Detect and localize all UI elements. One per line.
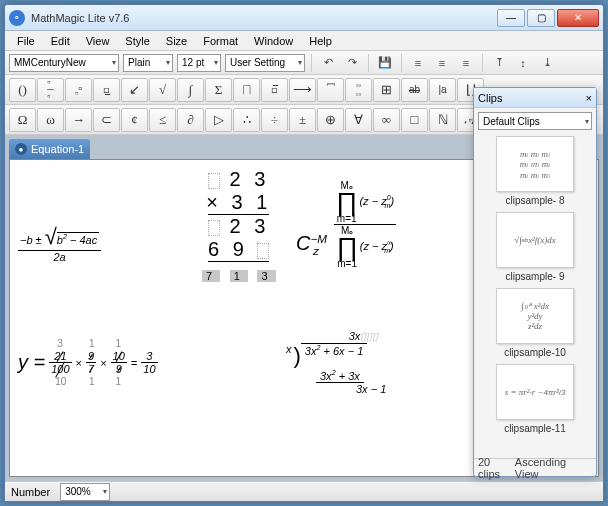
eq-polylong: 3x▯▯▯ x ) 3x2 + 6x − 1 3x2 + 3x 3x − 1	[286, 330, 386, 395]
sym-subset[interactable]: ⊂	[93, 108, 120, 132]
eq-coef: C−Mz	[296, 232, 319, 257]
preset-select[interactable]: User Setting	[225, 54, 305, 72]
sym-tri[interactable]: ▷	[205, 108, 232, 132]
eq-quadratic: −b ± √b2 − 4ac 2a	[18, 224, 101, 263]
eq-ybox: y = 3 21 100 10 × 1 9 7 1 × 1 10	[18, 350, 158, 375]
tpl-product[interactable]: ⨅	[233, 78, 260, 102]
sym-infty[interactable]: ∞	[373, 108, 400, 132]
tpl-matrix[interactable]: ▫▫▫▫	[345, 78, 372, 102]
menu-edit[interactable]: Edit	[43, 33, 78, 49]
minimize-button[interactable]: —	[497, 9, 525, 27]
sym-cent[interactable]: ¢	[121, 108, 148, 132]
tpl-leftbar[interactable]: |a	[429, 78, 456, 102]
clips-panel: Clips × Default Clips mᵢ mᵢ mᵢmᵢ 𝔪ᵢ mᵢmᵢ…	[473, 87, 597, 477]
clip-label: clipsample- 8	[506, 195, 565, 206]
tpl-overbrace[interactable]: ⎴	[317, 78, 344, 102]
tpl-fraction[interactable]: ▫─▫	[37, 78, 64, 102]
close-button[interactable]: ✕	[557, 9, 599, 27]
sym-arrow[interactable]: →	[65, 108, 92, 132]
menu-help[interactable]: Help	[301, 33, 340, 49]
tpl-sum[interactable]: Σ	[205, 78, 232, 102]
document-tab[interactable]: ● Equation-1	[9, 139, 90, 159]
tpl-box[interactable]: ⊞	[373, 78, 400, 102]
font-select[interactable]: MMCenturyNew	[9, 54, 119, 72]
status-mode: Number	[11, 486, 50, 498]
menu-file[interactable]: File	[9, 33, 43, 49]
titlebar: ⚬ MathMagic Lite v7.6 — ▢ ✕	[5, 5, 603, 31]
sym-omega[interactable]: ω	[37, 108, 64, 132]
document-tab-label: Equation-1	[31, 143, 84, 155]
clip-label: clipsample-10	[504, 347, 566, 358]
tpl-labelarrow[interactable]: ⟶	[289, 78, 316, 102]
menu-view[interactable]: View	[78, 33, 118, 49]
clips-sort: Ascending View	[515, 456, 592, 480]
tpl-bar[interactable]: ▫̅	[261, 78, 288, 102]
clip-thumb: mᵢ mᵢ mᵢmᵢ 𝔪ᵢ mᵢmᵢ mᵢ mᵢ	[496, 136, 574, 192]
sym-Omega[interactable]: Ω	[9, 108, 36, 132]
align-right-icon[interactable]: ≡	[456, 53, 476, 73]
undo-icon[interactable]: ↶	[318, 53, 338, 73]
sym-therefore[interactable]: ∴	[233, 108, 260, 132]
sym-box[interactable]: □	[401, 108, 428, 132]
menu-size[interactable]: Size	[158, 33, 195, 49]
clip-item[interactable]: s = πr²·r − 4πr³/3 clipsample-11	[478, 364, 592, 434]
sym-forall[interactable]: ∀	[345, 108, 372, 132]
clip-item[interactable]: mᵢ mᵢ mᵢmᵢ 𝔪ᵢ mᵢmᵢ mᵢ mᵢ clipsample- 8	[478, 136, 592, 206]
save-icon[interactable]: 💾	[375, 53, 395, 73]
menubar: File Edit View Style Size Format Window …	[5, 31, 603, 51]
clip-label: clipsample-11	[504, 423, 566, 434]
clip-thumb: √∫ab x²f(x)dx	[496, 212, 574, 268]
sym-pm[interactable]: ±	[289, 108, 316, 132]
align-center-icon[interactable]: ≡	[432, 53, 452, 73]
clips-close-icon[interactable]: ×	[586, 92, 592, 104]
statusbar: Number 300%	[5, 481, 603, 501]
tpl-strike[interactable]: ab	[401, 78, 428, 102]
sym-bbN[interactable]: ℕ	[429, 108, 456, 132]
tpl-fence[interactable]: ()	[9, 78, 36, 102]
sym-div[interactable]: ÷	[261, 108, 288, 132]
size-select[interactable]: 12 pt	[177, 54, 221, 72]
clips-title-label: Clips	[478, 92, 502, 104]
valign-top-icon[interactable]: ⤒	[489, 53, 509, 73]
valign-mid-icon[interactable]: ↕	[513, 53, 533, 73]
sym-partial[interactable]: ∂	[177, 108, 204, 132]
maximize-button[interactable]: ▢	[527, 9, 555, 27]
variant-select[interactable]: Plain	[123, 54, 173, 72]
app-title: MathMagic Lite v7.6	[31, 12, 497, 24]
format-toolbar: MMCenturyNew Plain 12 pt User Setting ↶ …	[5, 51, 603, 75]
tpl-subsup[interactable]: ▫▫	[65, 78, 92, 102]
sym-oplus[interactable]: ⊕	[317, 108, 344, 132]
clips-set-select[interactable]: Default Clips	[478, 112, 592, 130]
valign-bot-icon[interactable]: ⤓	[537, 53, 557, 73]
align-left-icon[interactable]: ≡	[408, 53, 428, 73]
tpl-arrow[interactable]: ↙	[121, 78, 148, 102]
eq-longmult: 2 3 × 3 1 2 3 6 9 7 1 3	[202, 168, 276, 285]
clip-thumb: s = πr²·r − 4πr³/3	[496, 364, 574, 420]
app-icon: ⚬	[9, 10, 25, 26]
tpl-sqrt[interactable]: √	[149, 78, 176, 102]
menu-format[interactable]: Format	[195, 33, 246, 49]
eq-prod-frac: Mₒ ∏ m=1 (z − z0m) Mₒ ∏ m=1 (z − z	[334, 180, 396, 269]
clips-count: 20 clips	[478, 456, 515, 480]
clip-label: clipsample- 9	[506, 271, 565, 282]
sym-le[interactable]: ≤	[149, 108, 176, 132]
clip-item[interactable]: ∫₀ᵃ x²dxy²dyz²dz clipsample-10	[478, 288, 592, 358]
clip-thumb: ∫₀ᵃ x²dxy²dyz²dz	[496, 288, 574, 344]
tpl-integral[interactable]: ∫	[177, 78, 204, 102]
clip-item[interactable]: √∫ab x²f(x)dx clipsample- 9	[478, 212, 592, 282]
redo-icon[interactable]: ↷	[342, 53, 362, 73]
zoom-select[interactable]: 300%	[60, 483, 110, 501]
menu-style[interactable]: Style	[117, 33, 157, 49]
menu-window[interactable]: Window	[246, 33, 301, 49]
tpl-underover[interactable]: ▫̲	[93, 78, 120, 102]
